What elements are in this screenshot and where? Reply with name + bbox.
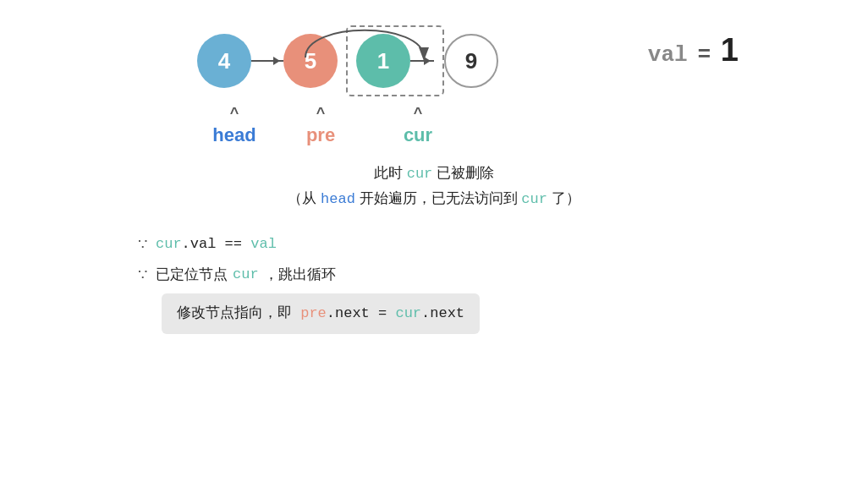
pre-caret: ^ — [316, 105, 326, 123]
node-4: 4 — [197, 34, 251, 88]
val-keyword: val — [648, 42, 688, 68]
hb-pre: pre — [300, 305, 327, 321]
equals-sign: = — [698, 41, 711, 67]
reason-2: ∵ 已定位节点 cur ，跳出循环 — [138, 260, 730, 290]
exp-head: head — [321, 191, 355, 207]
main-container: 4 5 1 9 val = 1 — [0, 0, 868, 482]
hb-suffix: .next — [421, 305, 464, 321]
node-9: 9 — [444, 34, 498, 88]
exp-line2-suffix: 了） — [547, 190, 580, 206]
exp-line2-prefix: （从 — [288, 190, 321, 206]
explanation-text: 此时 cur 已被删除 （从 head 开始遍历，已无法访问到 cur 了） — [288, 162, 580, 212]
head-caret: ^ — [230, 105, 239, 123]
reasons-block: ∵ cur.val == val ∵ 已定位节点 cur ，跳出循环 修改节点指… — [138, 229, 730, 334]
cur-caret: ^ — [414, 105, 423, 123]
hb-mid: .next = — [327, 305, 396, 321]
hb-prefix: 修改节点指向，即 — [177, 305, 300, 321]
r2-cur: cur — [233, 260, 259, 289]
head-label-group: ^ head — [197, 105, 272, 146]
pre-label-group: ^ pre — [278, 105, 363, 146]
r2-suffix: ，跳出循环 — [264, 260, 336, 289]
arrow-4-5 — [251, 60, 283, 62]
r2-text: 已定位节点 — [156, 260, 228, 289]
labels-row: ^ head ^ pre ^ cur — [113, 105, 755, 146]
r1-cur: cur — [156, 236, 182, 252]
reason-1: ∵ cur.val == val — [138, 229, 730, 260]
cur-label: cur — [404, 124, 432, 146]
r1-val: val — [250, 236, 277, 252]
hb-cur: cur — [395, 305, 421, 321]
exp-line2-mid: 开始遍历，已无法访问到 — [355, 190, 521, 206]
val-display: val = 1 — [648, 32, 739, 68]
cur-label-group: ^ cur — [380, 105, 456, 146]
highlight-box: 修改节点指向，即 pre.next = cur.next — [162, 293, 480, 334]
r1-dotval: .val == — [182, 236, 251, 252]
exp-cur-1: cur — [407, 166, 433, 182]
because-1: ∵ — [138, 229, 147, 260]
because-2: ∵ — [138, 260, 147, 290]
exp-line1-suffix: 已被删除 — [432, 165, 494, 181]
exp-cur-2: cur — [521, 191, 547, 207]
curved-arrow — [297, 17, 432, 63]
val-value: 1 — [721, 32, 739, 68]
head-label: head — [212, 124, 255, 146]
exp-line1-prefix: 此时 — [374, 165, 407, 181]
pre-label: pre — [306, 124, 335, 146]
